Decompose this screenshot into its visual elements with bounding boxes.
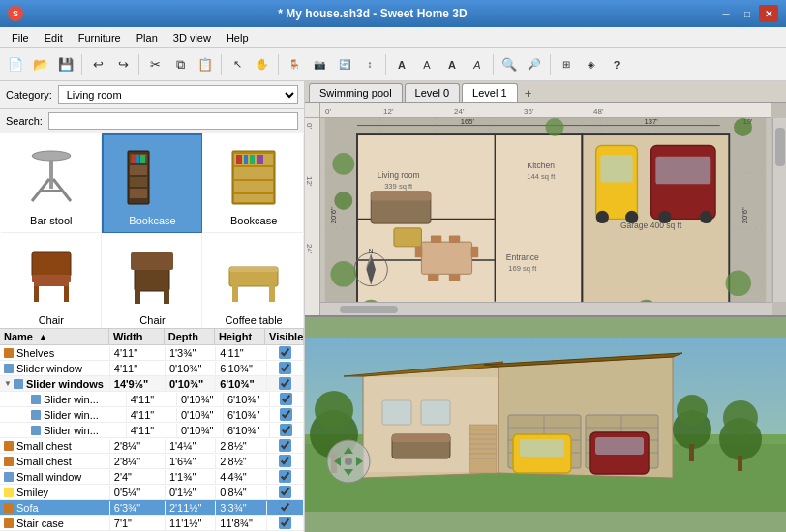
paste-button[interactable]: 📋 bbox=[194, 53, 217, 76]
tab-swimming-pool[interactable]: Swimming pool bbox=[309, 83, 403, 102]
slider-windows-visible[interactable] bbox=[279, 377, 291, 390]
zoom-out-button[interactable]: 🔎 bbox=[523, 53, 546, 76]
vscrollbar-thumb-2d[interactable] bbox=[775, 128, 785, 166]
toolbar-sep-3 bbox=[221, 54, 222, 75]
svg-text:137': 137' bbox=[645, 118, 659, 126]
furniture-item-chair2[interactable]: Chair bbox=[102, 233, 203, 329]
list-row-shelves[interactable]: Shelves 4'11" 1'3¾" 4'11" bbox=[0, 345, 304, 361]
view2d-button[interactable]: ⊞ bbox=[555, 53, 578, 76]
tab-level-1[interactable]: Level 1 bbox=[462, 83, 517, 102]
tab-add-button[interactable]: + bbox=[520, 84, 537, 102]
svg-point-78 bbox=[334, 192, 352, 210]
rotate-button[interactable]: 🔄 bbox=[333, 53, 356, 76]
list-row-slider-win-3[interactable]: Slider win... 4'11" 0'10¾" 6'10¾" bbox=[0, 423, 304, 438]
svg-point-0 bbox=[32, 151, 71, 161]
bar-stool-label: Bar stool bbox=[30, 215, 72, 226]
shelves-color bbox=[4, 348, 14, 358]
small-chest-1-visible[interactable] bbox=[279, 439, 291, 452]
menu-file[interactable]: File bbox=[4, 30, 37, 45]
text-button[interactable]: A bbox=[390, 53, 413, 76]
furniture-item-bookcase-selected[interactable]: Bookcase bbox=[102, 133, 203, 233]
smiley-visible[interactable] bbox=[279, 486, 291, 498]
small-window-visible[interactable] bbox=[279, 470, 291, 483]
slider-win-3-visible[interactable] bbox=[280, 424, 292, 436]
slider-win-1-visible[interactable] bbox=[280, 393, 292, 405]
text-bold-button[interactable]: A bbox=[440, 53, 464, 76]
furniture-item-coffee-table[interactable]: Coffee table bbox=[202, 233, 304, 329]
plan-2d[interactable]: 0' 12' 24' 36' 48' 0' 12' 24' bbox=[305, 103, 786, 317]
list-row-stair-case[interactable]: Stair case 7'1" 11'1½" 11'8¾" bbox=[0, 516, 304, 531]
hscrollbar-2d[interactable] bbox=[320, 302, 772, 315]
move-button[interactable]: ↕ bbox=[358, 53, 381, 76]
svg-rect-1 bbox=[49, 160, 53, 189]
menu-edit[interactable]: Edit bbox=[37, 30, 71, 45]
col-header-visible[interactable]: Visible bbox=[265, 329, 304, 344]
vscrollbar-2d[interactable] bbox=[772, 118, 786, 302]
category-select[interactable]: Living room bbox=[58, 85, 298, 104]
col-header-depth[interactable]: Depth bbox=[165, 329, 215, 344]
camera-button[interactable]: 📷 bbox=[308, 53, 331, 76]
list-row-smiley[interactable]: Smiley 0'5¼" 0'1½" 0'8¼" bbox=[0, 485, 304, 500]
add-furniture-button[interactable]: 🪑 bbox=[283, 53, 306, 76]
hscrollbar-thumb-2d[interactable] bbox=[340, 306, 398, 313]
list-row-slider-windows-group[interactable]: ▼ Slider windows 14'9⅛" 0'10¾" 6'10¾" bbox=[0, 376, 304, 392]
menu-3dview[interactable]: 3D view bbox=[166, 30, 219, 45]
open-button[interactable]: 📂 bbox=[29, 53, 52, 76]
list-row-sofa[interactable]: Sofa 6'3¾" 2'11½" 3'3¾" bbox=[0, 500, 304, 516]
search-input[interactable] bbox=[48, 112, 298, 130]
list-row-small-window[interactable]: Small window 2'4" 1'1¾" 4'4¾" bbox=[0, 469, 304, 485]
tab-level-0[interactable]: Level 0 bbox=[405, 83, 460, 102]
list-row-slider-win-2[interactable]: Slider win... 4'11" 0'10¾" 6'10¾" bbox=[0, 407, 304, 423]
text-size-button[interactable]: A bbox=[415, 53, 438, 76]
slider-window-visible[interactable] bbox=[279, 362, 291, 374]
toolbar-sep-7 bbox=[550, 54, 551, 75]
menu-furniture[interactable]: Furniture bbox=[71, 30, 129, 45]
svg-text:Kitchen: Kitchen bbox=[528, 161, 556, 170]
plan-3d[interactable] bbox=[305, 317, 786, 532]
list-row-slider-window[interactable]: Slider window 4'11" 0'10¾" 6'10¾" bbox=[0, 361, 304, 376]
zoom-in-button[interactable]: 🔍 bbox=[498, 53, 521, 76]
svg-text:144 sq ft: 144 sq ft bbox=[527, 172, 556, 181]
toolbar-sep-2 bbox=[138, 54, 139, 75]
col-header-name[interactable]: Name ▲ bbox=[0, 329, 109, 344]
small-chest-2-visible[interactable] bbox=[279, 455, 291, 467]
furniture-item-bookcase2[interactable]: Bookcase bbox=[202, 133, 304, 233]
pan-button[interactable]: ✋ bbox=[251, 53, 274, 76]
category-label: Category: bbox=[6, 89, 52, 101]
save-button[interactable]: 💾 bbox=[54, 53, 77, 76]
floor-plan-canvas[interactable]: 165' 137' 19' bbox=[320, 118, 771, 315]
view3d-button[interactable]: ◈ bbox=[580, 53, 603, 76]
svg-rect-137 bbox=[738, 456, 742, 471]
maximize-button[interactable]: □ bbox=[738, 5, 757, 22]
menu-help[interactable]: Help bbox=[219, 30, 257, 45]
svg-rect-9 bbox=[130, 189, 147, 198]
svg-rect-18 bbox=[236, 155, 242, 164]
undo-button[interactable]: ↩ bbox=[86, 53, 109, 76]
list-row-small-chest-1[interactable]: Small chest 2'8¼" 1'4¼" 2'8½" bbox=[0, 438, 304, 454]
new-button[interactable]: 📄 bbox=[4, 53, 27, 76]
copy-button[interactable]: ⧉ bbox=[168, 53, 192, 76]
close-button[interactable]: ✕ bbox=[759, 5, 778, 22]
col-header-width[interactable]: Width bbox=[109, 329, 165, 344]
main-area: Category: Living room Search: bbox=[0, 81, 786, 532]
minimize-button[interactable]: ─ bbox=[716, 5, 736, 22]
list-row-small-chest-2[interactable]: Small chest 2'8¼" 1'6¼" 2'8½" bbox=[0, 454, 304, 469]
right-panel: Swimming pool Level 0 Level 1 + 0' 12' 2… bbox=[305, 81, 786, 532]
shelves-visible[interactable] bbox=[279, 346, 291, 359]
stair-case-visible[interactable] bbox=[279, 517, 291, 529]
furniture-item-chair1[interactable]: Chair bbox=[0, 233, 102, 329]
text-italic-button[interactable]: A bbox=[466, 53, 489, 76]
svg-rect-27 bbox=[135, 267, 169, 291]
menu-plan[interactable]: Plan bbox=[129, 30, 166, 45]
svg-rect-17 bbox=[234, 194, 273, 202]
col-header-height[interactable]: Height bbox=[215, 329, 265, 344]
redo-button[interactable]: ↪ bbox=[111, 53, 135, 76]
cut-button[interactable]: ✂ bbox=[143, 53, 166, 76]
select-button[interactable]: ↖ bbox=[226, 53, 249, 76]
slider-win-2-visible[interactable] bbox=[280, 408, 292, 421]
app-icon: S bbox=[8, 6, 23, 21]
sofa-visible[interactable] bbox=[279, 501, 291, 514]
furniture-item-bar-stool[interactable]: Bar stool bbox=[0, 133, 102, 233]
help-button[interactable]: ? bbox=[605, 53, 628, 76]
list-row-slider-win-1[interactable]: Slider win... 4'11" 0'10¾" 6'10¾" bbox=[0, 392, 304, 407]
